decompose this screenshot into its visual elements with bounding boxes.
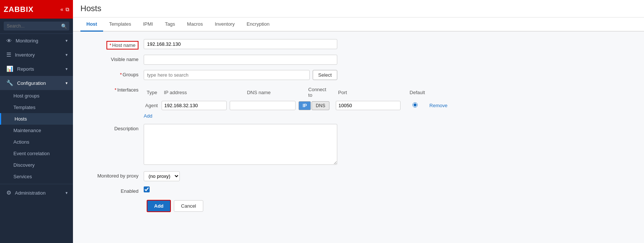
enabled-label: Enabled — [84, 186, 144, 194]
sidebar-item-hosts[interactable]: Hosts — [0, 113, 73, 125]
host-name-label-wrap: * Host name — [84, 39, 144, 49]
sidebar-sub-label: Templates — [13, 105, 35, 110]
host-name-input[interactable] — [144, 39, 337, 49]
tab-macros[interactable]: Macros — [181, 17, 209, 32]
col-connect-to: Connect to — [297, 85, 334, 99]
host-name-row: * Host name — [84, 39, 633, 49]
sidebar-item-host-groups[interactable]: Host groups — [0, 90, 73, 102]
sidebar-item-maintenance[interactable]: Maintenance — [0, 125, 73, 136]
description-control — [144, 124, 337, 166]
required-star: * — [109, 42, 111, 48]
visible-name-control — [144, 55, 337, 65]
host-name-control — [144, 39, 337, 49]
description-textarea[interactable] — [144, 124, 337, 165]
form-area: * Host name Visible name *Groups — [73, 32, 644, 220]
proxy-label: Monitored by proxy — [84, 171, 144, 179]
enabled-row: Enabled — [84, 186, 633, 194]
groups-search-input[interactable] — [144, 70, 310, 80]
chevron-down-icon: ▾ — [66, 81, 68, 86]
page-header: Hosts — [73, 0, 644, 17]
tab-host[interactable]: Host — [80, 17, 103, 32]
add-interface-link[interactable]: Add — [144, 113, 152, 119]
sidebar-item-label: Monitoring — [16, 38, 66, 44]
groups-select-button[interactable]: Select — [313, 70, 337, 80]
groups-label: Groups — [122, 72, 138, 77]
main-content: Hosts Host Templates IPMI Tags Macros In… — [73, 0, 644, 243]
agent-port-input[interactable] — [336, 101, 401, 110]
agent-ip-input[interactable] — [162, 101, 227, 110]
connect-ip-button[interactable]: IP — [299, 101, 311, 110]
administration-icon: ⚙ — [6, 189, 11, 196]
col-dns-name: DNS name — [228, 85, 297, 99]
col-ip-address: IP address — [160, 85, 228, 99]
agent-dns-cell — [228, 99, 297, 112]
sidebar-sub-label: Discovery — [13, 162, 35, 168]
interface-row-agent: Agent IP DNS — [144, 99, 449, 112]
monitoring-icon: 👁 — [6, 38, 12, 44]
proxy-row: Monitored by proxy (no proxy) — [84, 171, 633, 181]
agent-connect-cell: IP DNS — [297, 99, 334, 112]
sidebar-item-monitoring[interactable]: 👁 Monitoring ▾ — [0, 34, 73, 48]
sidebar-sub-label: Services — [13, 174, 32, 179]
description-label: Description — [84, 124, 144, 131]
collapse-icon[interactable]: « — [60, 6, 63, 13]
enabled-checkbox[interactable] — [144, 186, 150, 192]
sidebar-item-actions[interactable]: Actions — [0, 136, 73, 148]
sidebar-sub-label: Host groups — [13, 93, 39, 99]
sidebar-item-templates[interactable]: Templates — [0, 102, 73, 113]
tab-encryption[interactable]: Encryption — [240, 17, 275, 32]
agent-dns-input[interactable] — [230, 101, 296, 110]
sidebar-item-reports[interactable]: 📊 Reports ▾ — [0, 62, 73, 76]
tab-ipmi[interactable]: IPMI — [137, 17, 159, 32]
configuration-icon: 🔧 — [6, 80, 13, 86]
sidebar-item-administration[interactable]: ⚙ Administration ▾ — [0, 186, 73, 200]
tab-templates[interactable]: Templates — [103, 17, 137, 32]
sidebar-item-label: Configuration — [17, 80, 66, 86]
expand-icon[interactable]: ⧉ — [66, 6, 69, 13]
agent-type-label: Agent — [144, 99, 160, 112]
chevron-down-icon: ▾ — [66, 38, 68, 43]
agent-remove-cell: Remove — [428, 99, 449, 112]
sidebar-sub-label: Maintenance — [13, 128, 41, 133]
chevron-down-icon: ▾ — [66, 191, 68, 195]
sidebar-item-label: Inventory — [15, 52, 66, 58]
sidebar-item-label: Administration — [15, 190, 66, 196]
connect-dns-button[interactable]: DNS — [312, 101, 329, 110]
agent-remove-link[interactable]: Remove — [430, 103, 447, 108]
sidebar-item-services[interactable]: Services — [0, 171, 73, 182]
sidebar-item-configuration[interactable]: 🔧 Configuration ▾ — [0, 76, 73, 90]
search-input[interactable] — [4, 22, 69, 31]
tab-inventory[interactable]: Inventory — [209, 17, 240, 32]
col-type: Type — [144, 85, 160, 99]
cancel-button[interactable]: Cancel — [174, 200, 203, 212]
sidebar-item-inventory[interactable]: ☰ Inventory ▾ — [0, 48, 73, 62]
proxy-control: (no proxy) — [144, 171, 337, 181]
col-default: Default — [402, 85, 428, 99]
sidebar-item-event-correlation[interactable]: Event correlation — [0, 148, 73, 159]
proxy-select[interactable]: (no proxy) — [144, 171, 180, 181]
agent-port-cell — [334, 99, 402, 112]
logo-icons: « ⧉ — [60, 6, 69, 13]
logo-text: ZABBIX — [4, 5, 34, 14]
interfaces-label: Interfaces — [117, 87, 138, 93]
host-name-label: Host name — [112, 42, 136, 48]
sidebar-item-label: Reports — [17, 66, 66, 72]
sidebar: ZABBIX « ⧉ 🔍 👁 Monitoring ▾ ☰ Inventory … — [0, 0, 73, 243]
agent-label: Agent — [145, 103, 158, 108]
inventory-icon: ☰ — [6, 51, 11, 58]
interfaces-required-star: * — [115, 87, 117, 93]
sidebar-item-discovery[interactable]: Discovery — [0, 159, 73, 171]
visible-name-input[interactable] — [144, 55, 337, 65]
reports-icon: 📊 — [6, 65, 13, 72]
tab-tags[interactable]: Tags — [159, 17, 181, 32]
groups-control: Select — [144, 70, 337, 80]
agent-default-radio[interactable] — [412, 102, 418, 108]
sidebar-sub-label: Actions — [13, 139, 29, 145]
groups-label-wrap: *Groups — [84, 70, 144, 77]
sidebar-divider — [0, 184, 73, 184]
add-button[interactable]: Add — [147, 200, 171, 212]
interfaces-table: Type IP address DNS name Connect to Port… — [144, 85, 449, 112]
interfaces-row: *Interfaces Type IP address DNS name Con… — [84, 85, 633, 119]
description-row: Description — [84, 124, 633, 166]
interfaces-control: Type IP address DNS name Connect to Port… — [144, 85, 449, 119]
